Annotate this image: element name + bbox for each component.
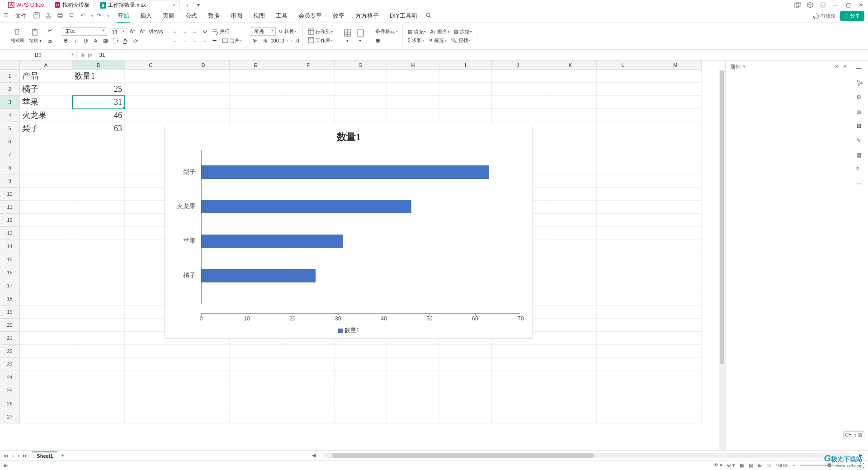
cell-C25[interactable] bbox=[125, 384, 177, 397]
cube-icon[interactable] bbox=[807, 1, 814, 9]
cell-B26[interactable] bbox=[72, 397, 125, 410]
cell-H24[interactable] bbox=[387, 371, 439, 384]
italic-button[interactable]: I bbox=[72, 37, 80, 45]
settings-icon[interactable]: ⚙ bbox=[856, 94, 864, 102]
align-center-icon[interactable]: ≡ bbox=[181, 37, 189, 45]
row-header[interactable]: 24 bbox=[0, 371, 20, 384]
cell-M11[interactable] bbox=[649, 201, 702, 214]
cell-D27[interactable] bbox=[177, 410, 230, 423]
row-header[interactable]: 7 bbox=[0, 148, 20, 161]
cell-K3[interactable] bbox=[544, 96, 597, 109]
cell-I26[interactable] bbox=[439, 397, 492, 410]
cell-F2[interactable] bbox=[282, 83, 335, 96]
row-header[interactable]: 12 bbox=[0, 214, 20, 227]
align-middle-icon[interactable]: ≡ bbox=[181, 28, 189, 36]
view-page-icon[interactable]: ▤ bbox=[749, 462, 753, 468]
font-name-select[interactable]: 宋体 bbox=[62, 27, 107, 36]
sort-button[interactable]: A↓ 排序▾ bbox=[429, 28, 451, 36]
redo-dropdown[interactable]: ▾ bbox=[108, 14, 109, 18]
cell-G26[interactable] bbox=[335, 397, 387, 410]
cell-F3[interactable] bbox=[282, 96, 335, 109]
cell-J24[interactable] bbox=[492, 371, 544, 384]
save-icon[interactable] bbox=[33, 12, 42, 20]
tools-rail-icon[interactable]: ✎ bbox=[856, 137, 864, 146]
row-header[interactable]: 19 bbox=[0, 306, 20, 319]
cell-L9[interactable] bbox=[597, 174, 649, 188]
cell-C23[interactable] bbox=[125, 358, 177, 371]
ribbon-tab-9[interactable]: 效率 bbox=[332, 10, 345, 23]
ribbon-tab-0[interactable]: 开始 bbox=[117, 10, 130, 23]
cell-D3[interactable] bbox=[177, 96, 230, 109]
cell-F22[interactable] bbox=[282, 345, 335, 358]
cell-B1[interactable]: 数量1 bbox=[72, 70, 125, 83]
cell-H25[interactable] bbox=[387, 384, 439, 397]
align-bottom-icon[interactable]: ≡ bbox=[191, 28, 199, 36]
cell-B10[interactable] bbox=[72, 188, 125, 201]
sheet-tab-1[interactable]: Sheet1 bbox=[32, 451, 57, 460]
cell-C24[interactable] bbox=[125, 371, 177, 384]
cell-A11[interactable] bbox=[20, 201, 72, 214]
cell-A27[interactable] bbox=[20, 410, 72, 423]
cell-B25[interactable] bbox=[72, 384, 125, 397]
cell-M23[interactable] bbox=[649, 358, 702, 371]
cell-B22[interactable] bbox=[72, 345, 125, 358]
cell-M4[interactable] bbox=[649, 109, 702, 122]
export-icon[interactable] bbox=[45, 12, 53, 20]
align-right-icon[interactable]: ≡ bbox=[191, 37, 199, 45]
cell-L20[interactable] bbox=[597, 319, 649, 332]
cell-H27[interactable] bbox=[387, 410, 439, 423]
cell-H4[interactable] bbox=[387, 109, 439, 122]
select-tool-icon[interactable] bbox=[856, 80, 864, 88]
align-top-icon[interactable]: ≡ bbox=[171, 28, 179, 36]
column-header[interactable]: H bbox=[387, 61, 439, 70]
cell-K4[interactable] bbox=[544, 109, 597, 122]
cell-A22[interactable] bbox=[20, 345, 72, 358]
cell-E25[interactable] bbox=[230, 384, 282, 397]
cell-K17[interactable] bbox=[544, 279, 597, 292]
cell-B27[interactable] bbox=[72, 410, 125, 423]
collapse-rail-icon[interactable]: — bbox=[856, 65, 864, 73]
row-header[interactable]: 16 bbox=[0, 266, 20, 279]
ime-badge[interactable]: CH ♫ 简 bbox=[843, 431, 865, 439]
ribbon-tab-8[interactable]: 会员专享 bbox=[297, 10, 323, 23]
sheet-first-icon[interactable]: ⏮ bbox=[3, 453, 9, 458]
close-icon[interactable]: ✕ bbox=[857, 1, 864, 9]
strikethrough-button[interactable]: A bbox=[92, 37, 100, 45]
cell-K10[interactable] bbox=[544, 188, 597, 201]
cell-M7[interactable] bbox=[649, 148, 702, 161]
cell-J1[interactable] bbox=[492, 70, 544, 83]
cell-M20[interactable] bbox=[649, 319, 702, 332]
find-button[interactable]: 🔍 查找▾ bbox=[449, 37, 472, 44]
increase-font-icon[interactable]: A⁺ bbox=[129, 28, 137, 36]
cell-M17[interactable] bbox=[649, 279, 702, 292]
cell-B4[interactable]: 46 bbox=[72, 109, 125, 122]
row-col-button[interactable]: 行和列▾ bbox=[307, 28, 334, 36]
cell-L13[interactable] bbox=[597, 227, 649, 240]
decrease-font-icon[interactable]: A⁻ bbox=[139, 28, 147, 36]
pin-icon[interactable]: ⊗ bbox=[835, 63, 839, 70]
fullscreen-fx-icon[interactable]: ⊕ bbox=[80, 52, 85, 58]
row-header[interactable]: 10 bbox=[0, 188, 20, 201]
ribbon-tab-5[interactable]: 审阅 bbox=[230, 10, 243, 23]
formula-input[interactable]: 31 bbox=[95, 51, 868, 59]
status-indicator-icon[interactable]: ⊞ bbox=[4, 462, 8, 468]
ribbon-tab-4[interactable]: 数据 bbox=[207, 10, 221, 23]
cell-E22[interactable] bbox=[230, 345, 282, 358]
sheet-area[interactable]: ABCDEFGHIJKLM 12345678910111213141516171… bbox=[0, 61, 725, 450]
cell-M13[interactable] bbox=[649, 227, 702, 240]
font-size-select[interactable]: 11 bbox=[109, 28, 127, 35]
cell-L15[interactable] bbox=[597, 253, 649, 266]
cell-A7[interactable] bbox=[20, 148, 72, 161]
cell-K20[interactable] bbox=[544, 319, 597, 332]
ribbon-tab-3[interactable]: 公式 bbox=[184, 10, 198, 23]
cell-B11[interactable] bbox=[72, 201, 125, 214]
cell-I27[interactable] bbox=[439, 410, 492, 423]
cell-B15[interactable] bbox=[72, 253, 125, 266]
cell-K16[interactable] bbox=[544, 266, 597, 279]
cell-A23[interactable] bbox=[20, 358, 72, 371]
cell-J4[interactable] bbox=[492, 109, 544, 122]
cell-M1[interactable] bbox=[649, 70, 702, 83]
cell-K19[interactable] bbox=[544, 306, 597, 319]
row-header[interactable]: 25 bbox=[0, 384, 20, 397]
cell-K14[interactable] bbox=[544, 240, 597, 253]
